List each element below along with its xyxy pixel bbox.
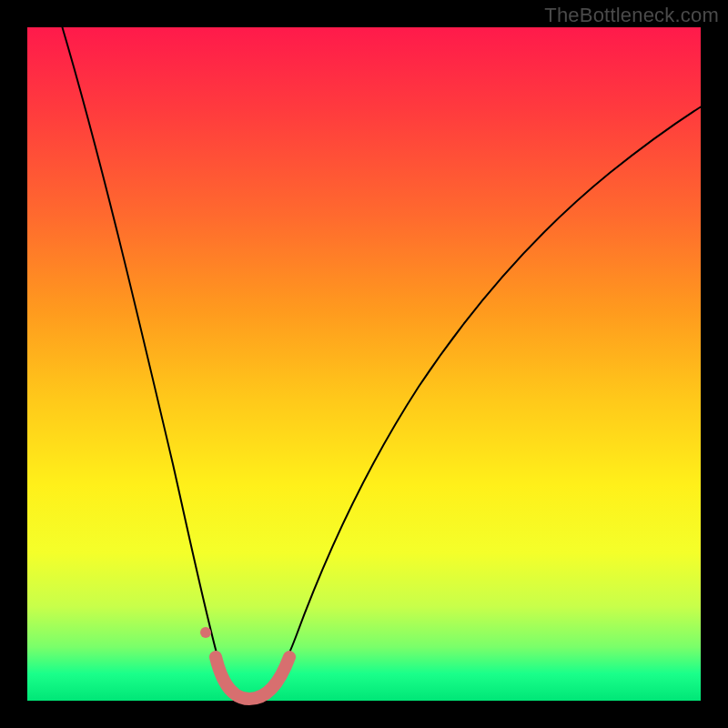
highlight-trough-path (216, 657, 289, 699)
plot-area (27, 27, 701, 701)
curve-svg (27, 27, 701, 701)
bottleneck-curve-path (61, 23, 719, 697)
highlight-dot (200, 627, 211, 638)
watermark-text: TheBottleneck.com (544, 4, 719, 27)
chart-frame: TheBottleneck.com (0, 0, 728, 728)
